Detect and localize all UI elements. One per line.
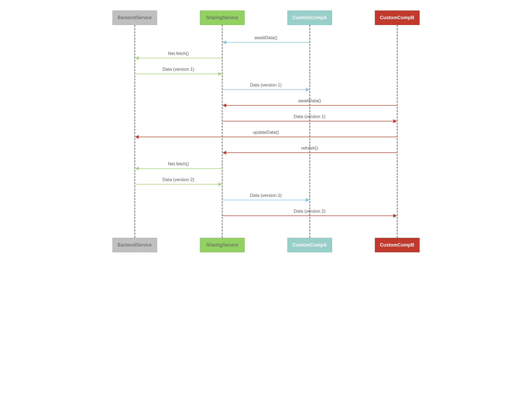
arrow-left-icon (135, 167, 139, 170)
message-data-v2-backend: Data (version 2) (135, 184, 222, 191)
message-refresh: refresh() (223, 152, 397, 160)
arrow-left-icon (223, 151, 226, 155)
message-label: awaitData() (223, 35, 309, 40)
message-label: refresh() (223, 146, 397, 151)
message-data-v1-compb: Data (version 1) (223, 121, 397, 128)
arrow-right-icon (393, 214, 397, 218)
participant-backend-top: BackendService (112, 11, 157, 25)
message-label: Data (version 2) (223, 193, 309, 198)
sequence-diagram: BackendService SharingService CustomComp… (109, 11, 424, 265)
participant-compa-top: CustomCompA (287, 11, 332, 25)
participant-label: CustomCompB (380, 15, 414, 20)
participant-compb-top: CustomCompB (375, 11, 420, 25)
participant-backend-bottom: BackendService (112, 238, 157, 252)
message-data-v2-compa: Data (version 2) (223, 200, 309, 207)
message-updatedata: updateData() (135, 137, 397, 144)
message-data-v1-backend: Data (version 1) (135, 74, 222, 81)
message-label: awaitData() (223, 98, 397, 104)
message-netfetch-1: Net.fetch() (135, 58, 222, 65)
message-label: Net.fetch() (135, 161, 222, 167)
arrow-left-icon (223, 104, 226, 107)
arrow-left-icon (135, 56, 139, 60)
participant-sharing-top: SharingService (200, 11, 245, 25)
participant-compb-bottom: CustomCompB (375, 238, 420, 252)
arrow-left-icon (223, 40, 226, 44)
message-awaitdata-compb: awaitData() (223, 105, 397, 112)
participant-label: SharingService (206, 15, 238, 20)
participant-label: BackendService (117, 242, 152, 248)
message-netfetch-2: Net.fetch() (135, 168, 222, 176)
participant-sharing-bottom: SharingService (200, 238, 245, 252)
participant-label: CustomCompB (380, 242, 414, 248)
participant-label: CustomCompA (292, 242, 327, 248)
message-data-v2-compb: Data (version 2) (223, 216, 397, 223)
arrow-left-icon (135, 135, 139, 139)
message-label: Data (version 1) (135, 67, 222, 72)
arrow-right-icon (218, 182, 222, 186)
participant-label: CustomCompA (292, 15, 327, 20)
arrow-right-icon (393, 119, 397, 123)
participant-compa-bottom: CustomCompA (287, 238, 332, 252)
message-label: Net.fetch() (135, 51, 222, 56)
participant-label: BackendService (117, 15, 152, 20)
message-awaitdata-compa: awaitData() (223, 42, 309, 49)
arrow-right-icon (306, 88, 309, 91)
participant-label: SharingService (206, 242, 238, 248)
message-label: Data (version 2) (223, 209, 397, 214)
message-label: Data (version 2) (135, 177, 222, 182)
message-label: Data (version 1) (223, 114, 397, 119)
arrow-right-icon (218, 72, 222, 76)
message-label: Data (version 1) (223, 83, 309, 88)
arrow-right-icon (306, 198, 309, 202)
message-label: updateData() (135, 130, 397, 135)
message-data-v1-compa: Data (version 1) (223, 89, 309, 97)
